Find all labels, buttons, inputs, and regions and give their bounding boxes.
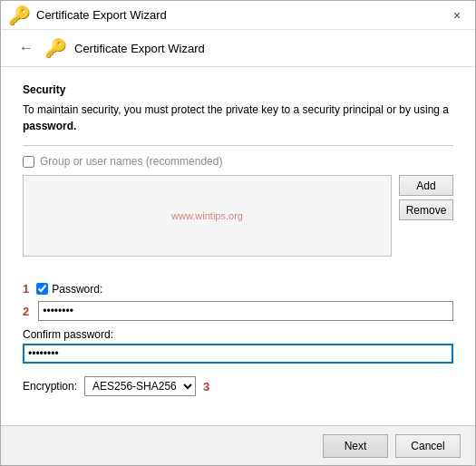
title-bar-left: 🔑 Certificate Export Wizard [8, 5, 167, 26]
group-checkbox[interactable] [23, 156, 34, 168]
encryption-label: Encryption: [23, 380, 77, 393]
password-input-wrapper [38, 301, 453, 321]
confirm-password-wrapper: Confirm password: [23, 328, 453, 364]
cancel-button[interactable]: Cancel [395, 434, 461, 458]
next-button[interactable]: Next [323, 434, 388, 458]
group-buttons: Add Remove [399, 175, 453, 269]
watermark-text: www.wintips.org [171, 210, 243, 221]
password-checkbox[interactable] [36, 283, 48, 295]
certificate-export-wizard-window: 🔑 Certificate Export Wizard × ← 🔑 Certif… [0, 0, 476, 466]
confirm-password-input[interactable] [23, 344, 453, 364]
divider [23, 145, 453, 146]
close-button[interactable]: × [446, 5, 468, 26]
section-description: To maintain security, you must protect t… [23, 102, 453, 134]
section-desc-bold: password. [23, 120, 76, 132]
content-area: Security To maintain security, you must … [1, 67, 475, 425]
group-checkbox-row: Group or user names (recommended) [23, 155, 453, 168]
group-checkbox-label: Group or user names (recommended) [40, 155, 222, 168]
number-2: 2 [23, 305, 29, 318]
section-desc-text: To maintain security, you must protect t… [23, 103, 449, 116]
add-button[interactable]: Add [399, 175, 453, 196]
encryption-row: Encryption: AES256-SHA256 TripleDES-SHA1… [23, 376, 453, 396]
password-input[interactable] [38, 301, 453, 321]
header-title: Certificate Export Wizard [74, 42, 205, 55]
confirm-password-label: Confirm password: [23, 328, 453, 341]
wizard-header: ← 🔑 Certificate Export Wizard [1, 30, 475, 67]
section-title: Security [23, 83, 453, 96]
group-list-box: www.wintips.org [23, 175, 392, 257]
title-bar: 🔑 Certificate Export Wizard × [1, 1, 475, 30]
title-bar-title: Certificate Export Wizard [36, 8, 167, 22]
number-1: 1 [23, 282, 29, 296]
wizard-icon: 🔑 [8, 5, 31, 26]
password-row: 1 Password: [23, 282, 453, 296]
footer: Next Cancel [1, 425, 475, 465]
header-icon: 🔑 [44, 37, 67, 59]
encryption-select[interactable]: AES256-SHA256 TripleDES-SHA1 [84, 376, 196, 396]
back-button[interactable]: ← [15, 38, 37, 58]
number-3: 3 [203, 380, 209, 393]
password-field-row: 2 [23, 301, 453, 321]
password-label: Password: [52, 283, 102, 296]
remove-button[interactable]: Remove [399, 199, 453, 220]
